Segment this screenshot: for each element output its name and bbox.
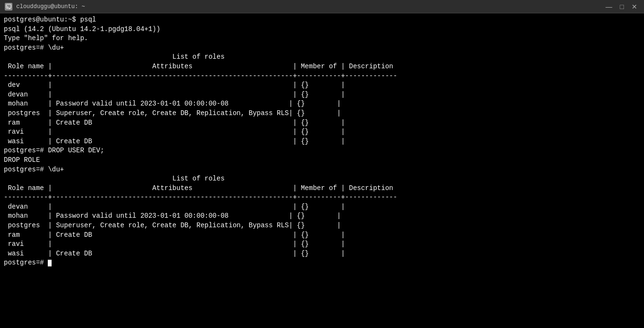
maximize-button[interactable]: □ — [618, 3, 626, 10]
terminal-line: Role name | Attributes | Member of | Des… — [4, 184, 640, 193]
terminal-line: wasi | Create DB | {} | — [4, 249, 640, 259]
terminal-cursor — [48, 260, 52, 266]
terminal-line: mohan | Password valid until 2023-01-01 … — [4, 212, 640, 221]
terminal-line: mohan | Password valid until 2023-01-01 … — [4, 99, 640, 109]
terminal-line: postgres=# — [4, 258, 640, 268]
terminal-line: postgres | Superuser, Create role, Creat… — [4, 109, 640, 118]
minimize-button[interactable]: — — [604, 3, 614, 10]
terminal-line: postgres@ubuntu:~$ psql — [4, 15, 640, 25]
terminal-line: -----------+----------------------------… — [4, 72, 640, 81]
terminal-line: Type "help" for help. — [4, 34, 640, 43]
title-bar: cloudduggu@ubuntu: ~ — □ ✕ — [0, 0, 644, 13]
terminal-line: DROP ROLE — [4, 156, 640, 165]
terminal-line: ram | Create DB | {} | — [4, 231, 640, 240]
terminal-body[interactable]: postgres@ubuntu:~$ psqlpsql (14.2 (Ubunt… — [0, 13, 644, 328]
window-title: cloudduggu@ubuntu: ~ — [16, 3, 85, 10]
terminal-line: wasi | Create DB | {} | — [4, 137, 640, 147]
terminal-line: psql (14.2 (Ubuntu 14.2-1.pgdg18.04+1)) — [4, 25, 640, 34]
terminal-line: dev | | {} | — [4, 81, 640, 90]
terminal-line: postgres=# DROP USER DEV; — [4, 146, 640, 156]
terminal-line: Role name | Attributes | Member of | Des… — [4, 62, 640, 72]
terminal-line: ravi | | {} | — [4, 127, 640, 137]
terminal-line: postgres=# \du+ — [4, 43, 640, 53]
terminal-icon — [5, 3, 12, 11]
terminal-line: devan | | {} | — [4, 90, 640, 100]
terminal-line: postgres=# \du+ — [4, 165, 640, 175]
terminal-line: ram | Create DB | {} | — [4, 118, 640, 128]
terminal-line: ravi | | {} | — [4, 240, 640, 249]
terminal-line: -----------+----------------------------… — [4, 193, 640, 202]
window: cloudduggu@ubuntu: ~ — □ ✕ postgres@ubun… — [0, 0, 644, 328]
terminal-line: List of roles — [4, 174, 640, 184]
title-bar-left: cloudduggu@ubuntu: ~ — [5, 3, 85, 11]
window-controls: — □ ✕ — [604, 3, 639, 10]
terminal-line: devan | | {} | — [4, 202, 640, 212]
terminal-line: List of roles — [4, 53, 640, 62]
terminal-line: postgres | Superuser, Create role, Creat… — [4, 221, 640, 231]
close-button[interactable]: ✕ — [630, 3, 639, 10]
